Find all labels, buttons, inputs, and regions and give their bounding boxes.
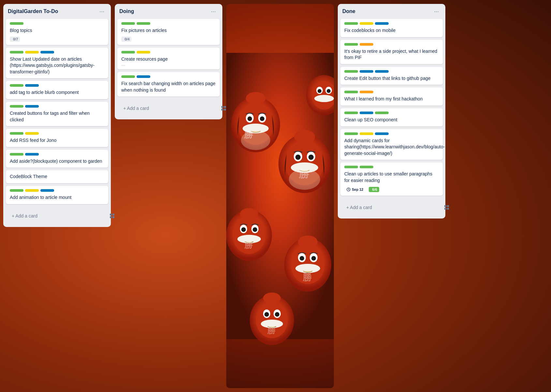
card-title: Add RSS feed for Jono [10,137,104,144]
card[interactable]: Clean up SEO component [340,108,443,127]
daruma-illustration: 勝 勝 勝 勝 勝 [226,4,334,388]
column-menu-button[interactable]: ··· [97,8,106,15]
card-labels [121,51,216,53]
svg-text:勝: 勝 [302,272,312,282]
svg-rect-71 [447,205,449,207]
svg-rect-2 [112,214,114,216]
checklist-badge: 0/4 [121,37,131,42]
add-card-footer: + Add a card [3,208,111,227]
column-todo: DigitalGarden To-Do···Blog topics 0/7Sho… [3,4,111,227]
green-label [10,22,23,25]
card[interactable]: Add aside?(blockquote) component to gard… [6,150,108,168]
column-header: DigitalGarden To-Do··· [3,4,111,18]
card[interactable]: Created buttons for tags and filter when… [6,102,108,126]
add-card-button[interactable]: + Add a card [343,202,440,213]
card[interactable]: CodeBlock Theme [6,170,108,183]
card[interactable]: Add RSS feed for Jono [6,129,108,147]
card-labels [344,91,439,93]
card-title: Clean up SEO component [344,117,439,123]
card-title: Fix search bar changing width on article… [121,81,216,93]
card[interactable]: Fix search bar changing width on article… [117,72,220,97]
green-label [121,22,135,25]
card-labels [344,43,439,46]
template-icon[interactable] [443,204,451,213]
column-header: Done··· [338,4,445,18]
card-title: CodeBlock Theme [10,173,104,180]
card-labels [344,132,439,135]
yellow-label [25,132,39,135]
card[interactable]: Show Last Updated date on articles (http… [6,48,108,79]
card-title: Clean up articles to use smaller paragra… [344,171,439,184]
card[interactable]: Blog topics 0/7 [6,19,108,45]
column-doing: Doing···Fix pictures on articles 0/4Crea… [115,4,222,119]
column-title: Doing [119,8,134,14]
svg-point-39 [240,208,258,220]
svg-point-53 [327,89,331,93]
card[interactable]: What I learned from my first hackathon [340,87,443,106]
card-labels [121,75,216,78]
checklist-badge: 0/7 [10,37,20,42]
description-badge [121,65,125,66]
column-menu-button[interactable]: ··· [432,8,441,15]
card-footer [121,65,216,66]
green-label [10,189,23,192]
checklist-complete-badge: 6/6 [369,187,379,192]
svg-point-27 [295,155,301,160]
card[interactable]: Add animation to article mount✎ [6,186,108,204]
green-label [375,112,389,114]
card-labels [10,51,104,53]
card-title: add tag to article blurb component [10,89,104,96]
card-labels [10,22,104,25]
add-card-button[interactable]: + Add a card [8,211,106,221]
green-label [344,43,358,46]
yellow-label [137,51,150,53]
svg-point-45 [311,256,316,261]
template-icon[interactable] [108,212,116,221]
green-label [10,84,23,87]
blue-label [40,189,54,192]
card-title: Show Last Updated date on articles (http… [10,56,104,75]
card-title: Create Edit button that links to github … [344,75,439,82]
card[interactable]: Fix pictures on articles 0/4 [117,19,220,45]
svg-point-28 [308,155,314,160]
card-title: Fix pictures on articles [121,27,216,34]
card-labels [121,22,216,25]
clock-icon [347,188,350,191]
svg-point-37 [253,227,257,232]
svg-rect-3 [110,216,112,218]
cards-container: Blog topics 0/7Show Last Updated date on… [3,18,111,208]
card[interactable]: Clean up articles to use smaller paragra… [340,162,443,195]
svg-point-44 [300,256,304,261]
card-title: It's okay to retire a side project, what… [344,48,439,61]
card-footer: Sep 12 6/6 [344,187,439,192]
card[interactable]: Add dynamic cards for sharing(https://ww… [340,129,443,160]
card[interactable]: Create Edit button that links to github … [340,67,443,85]
cards-container: Fix pictures on articles 0/4Create resou… [115,18,222,100]
svg-point-54 [314,95,334,102]
card[interactable]: Fix codeblocks on mobile [340,19,443,37]
svg-point-19 [260,116,264,121]
card[interactable]: It's okay to retire a side project, what… [340,40,443,64]
green-label [10,132,23,135]
card[interactable]: add tag to article blurb component [6,81,108,99]
column-title: DigitalGarden To-Do [8,8,58,14]
card-title: What I learned from my first hackathon [344,96,439,102]
date-badge: Sep 12 [344,187,365,192]
card[interactable]: Create resources page [117,48,220,70]
card-footer: 0/4 [121,37,216,42]
card-title: Create resources page [121,56,216,63]
green-label [10,51,23,53]
green-label [344,112,358,114]
svg-rect-4 [112,216,114,218]
svg-rect-12 [224,109,226,111]
orange-label [360,43,373,46]
svg-rect-73 [447,208,449,210]
column-menu-button[interactable]: ··· [209,8,218,15]
blue-label [360,70,373,73]
svg-rect-1 [110,214,112,216]
add-card-button[interactable]: + Add a card [120,103,217,113]
green-label [10,153,23,156]
card-title: Created buttons for tags and filter when… [10,110,104,123]
card-title: Add dynamic cards for sharing(https://ww… [344,138,439,157]
svg-rect-72 [444,208,446,210]
